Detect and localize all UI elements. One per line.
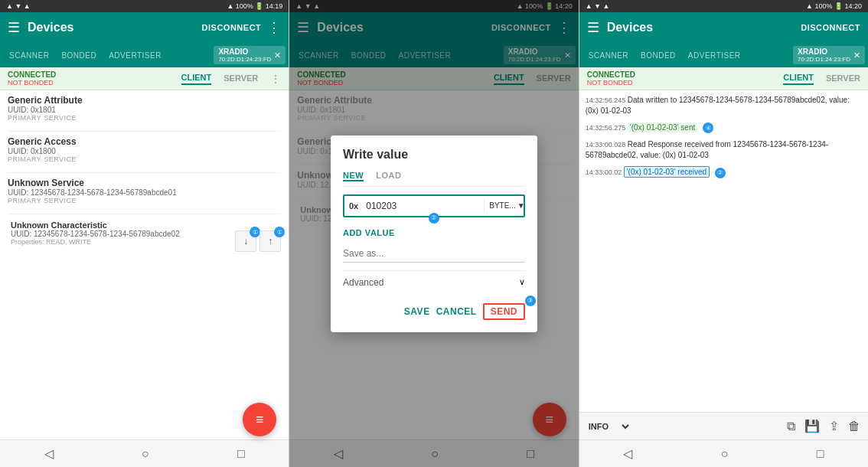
char-unknown-1: Unknown Characteristic UUID: 12345678-12… [8,220,281,246]
log-entry-2: 14:32:56.275 '(0x) 01-02-03' sent ④ [586,122,862,133]
xradio-close-3[interactable]: ✕ [853,51,860,60]
log-highlight-sent: '(0x) 01-02-03' sent [628,122,698,132]
log-time-1: 14:32:56.245 [586,96,628,104]
toolbar-delete-btn[interactable]: 🗑 [847,418,862,435]
xradio-tab-3[interactable]: XRADIO 70:2D:D1:24:23:FD ✕ [793,46,865,64]
dialog-value-input[interactable] [363,196,484,216]
menu-icon-1[interactable]: ☰ [8,19,20,36]
dialog-tab-load[interactable]: LOAD [376,171,401,181]
disconnect-btn-1[interactable]: DISCONNECT [202,23,262,32]
nav-back-1[interactable]: ◁ [44,446,54,461]
char-name-u1: Unknown Characteristic [11,220,281,230]
log-time-2: 14:32:56.275 [586,124,628,132]
dialog-input-badge: ② [429,213,439,224]
char-read-badge-1: ① [250,227,260,237]
status-right-1: ▲ 100% 🔋 14:19 [227,2,282,10]
xradio-sub-3: 70:2D:D1:24:23:FD [798,56,850,63]
menu-icon-3[interactable]: ☰ [587,19,599,36]
service-name-u1: Unknown Service [8,178,281,188]
client-tab-1[interactable]: CLIENT [181,73,212,85]
dialog-type-btn[interactable]: BYTE... ▼ [484,198,529,213]
xradio-label-3: XRADIO [798,47,850,56]
more-icon-1[interactable]: ⋮ [267,19,281,36]
xradio-tab-content-3: XRADIO 70:2D:D1:24:23:FD [798,47,850,63]
service-type-gac1: PRIMARY SERVICE [8,155,281,163]
info-select[interactable]: INFO DEBUG ERROR [586,421,631,432]
service-unknown-1: Unknown Service UUID: 12345678-1234-5678… [8,178,281,204]
bottom-nav-1: ◁ ○ □ [0,439,289,467]
server-tab-3[interactable]: SERVER [826,73,860,84]
service-type-u1: PRIMARY SERVICE [8,197,281,204]
advanced-row[interactable]: Advanced ∨ [343,270,525,294]
client-tab-3[interactable]: CLIENT [783,73,814,85]
status-bar-1: ▲ ▼ ▲ ▲ 100% 🔋 14:19 [0,0,289,12]
tab-advertiser-3[interactable]: ADVERTISER [682,43,747,67]
panel-1: ▲ ▼ ▲ ▲ 100% 🔋 14:19 ☰ Devices DISCONNEC… [0,0,289,467]
fab-icon-1: ≡ [256,412,264,428]
log-badge-2: ② [715,168,726,178]
nav-recents-1[interactable]: □ [237,447,245,461]
service-uuid-u1: UUID: 12345678-1234-5678-1234-56789abcde… [8,188,281,197]
app-actions-1: DISCONNECT ⋮ [202,19,282,36]
toolbar-share-btn[interactable]: ⇪ [827,417,840,435]
log-time-3: 14:33:00.028 [586,141,628,149]
service-list-1: Generic Attribute UUID: 0x1801 PRIMARY S… [0,90,289,439]
server-tab-1[interactable]: SERVER [224,73,258,84]
dialog-save-btn[interactable]: SAVE [404,303,430,320]
service-name-gac1: Generic Access [8,136,281,147]
nav-home-3[interactable]: ○ [721,447,729,461]
dialog-title: Write value [343,148,525,162]
nav-back-3[interactable]: ◁ [623,446,632,461]
status-left-3: ▲ ▼ ▲ [586,2,610,10]
xradio-label-1: XRADIO [218,47,271,56]
send-badge-container: SEND ③ [483,303,525,320]
xradio-tab-content-1: XRADIO 70:2D:D1:24:23:FD [218,47,271,63]
dialog-tab-new[interactable]: NEW [343,171,364,181]
dialog-send-btn[interactable]: SEND [483,303,525,320]
toolbar-copy-btn[interactable]: ⧉ [785,418,797,435]
conn-bonded-1: NOT BONDED [8,79,56,87]
xradio-close-1[interactable]: ✕ [274,51,281,60]
service-uuid-ga1: UUID: 0x1801 [8,106,281,114]
dialog-actions: SAVE CANCEL SEND ③ [343,300,525,320]
dialog-type-label: BYTE... [489,201,515,210]
tab-bonded-3[interactable]: BONDED [635,43,682,67]
service-name-ga1: Generic Attribute [8,95,281,106]
disconnect-btn-3[interactable]: DISCONNECT [801,23,860,32]
toolbar-save-btn[interactable]: 💾 [803,417,821,435]
advanced-chevron: ∨ [519,277,525,287]
save-as-input[interactable] [343,245,525,263]
dialog-input-row: 0x BYTE... ▼ ② [343,194,525,217]
app-title-3: Devices [607,21,801,34]
tab-advertiser-1[interactable]: ADVERTISER [103,43,168,67]
conn-bonded-3: NOT BONDED [587,79,635,87]
log-badge-4: ④ [703,122,713,133]
log-highlight-received: '(0x) 01-02-03' received [624,166,710,178]
tab-bonded-1[interactable]: BONDED [55,43,103,67]
app-bar-3: ☰ Devices DISCONNECT [579,12,868,43]
dialog-prefix: 0x [344,197,363,215]
app-actions-3: DISCONNECT [801,23,860,32]
conn-status-1: CONNECTED NOT BONDED [8,70,56,87]
status-right-3: ▲ 100% 🔋 14:20 [806,2,862,10]
dialog-cancel-btn[interactable]: CANCEL [436,303,477,320]
divider-2 [8,172,281,173]
char-read-btn-1[interactable]: ↓ ① [235,230,256,252]
cs-more-1[interactable]: ⋮ [270,73,281,85]
divider-1 [8,131,281,132]
xradio-tab-1[interactable]: XRADIO 70:2D:D1:24:23:FD ✕ [214,46,286,64]
tab-bar-3: SCANNER BONDED ADVERTISER XRADIO 70:2D:D… [579,43,868,67]
cs-tabs-1: CLIENT SERVER ⋮ [181,73,282,85]
status-bar-3: ▲ ▼ ▲ ▲ 100% 🔋 14:20 [579,0,868,12]
char-write-btn-1[interactable]: ↑ ① [259,230,281,252]
nav-home-1[interactable]: ○ [142,447,149,461]
log-entry-3: 14:33:00.028 Read Response received from… [586,139,862,161]
nav-recents-3[interactable]: □ [817,447,824,461]
xradio-sub-1: 70:2D:D1:24:23:FD [218,56,271,63]
tab-scanner-3[interactable]: SCANNER [582,43,635,67]
fab-1[interactable]: ≡ [243,403,276,436]
conn-status-3: CONNECTED NOT BONDED [587,70,635,87]
add-value-btn[interactable]: ADD VALUE [343,228,525,237]
log-text-1: Data written to 12345678-1234-5678-1234-… [628,96,827,104]
tab-scanner-1[interactable]: SCANNER [3,43,55,67]
